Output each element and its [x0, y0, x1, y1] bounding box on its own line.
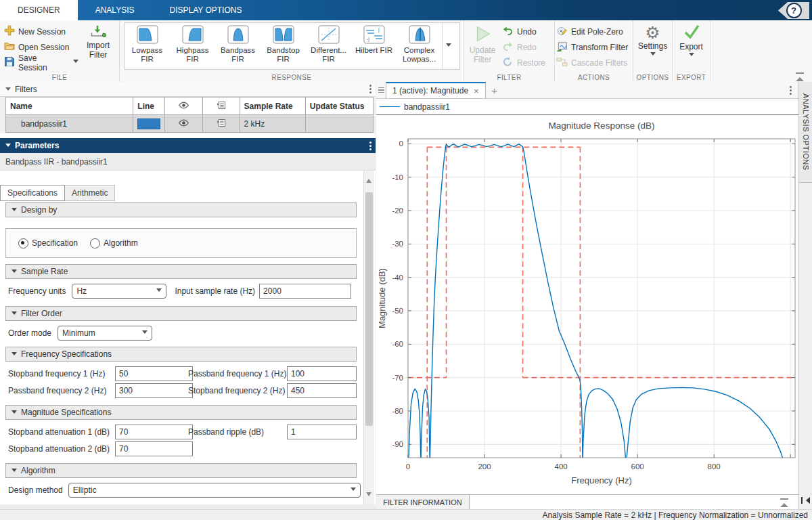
file-item-label: Open Session: [18, 43, 69, 52]
magnitude-plot-tab[interactable]: 1 (active): Magnitude ×: [386, 82, 486, 98]
column-header-sample-rate[interactable]: Sample Rate: [240, 98, 305, 115]
lowpass-fir-button[interactable]: LowpassFIR: [125, 23, 170, 69]
order-mode-dropdown[interactable]: Minimum: [58, 326, 152, 341]
minimize-ribbon-icon[interactable]: [794, 72, 805, 81]
transform-filter-button[interactable]: Transform Filter: [555, 39, 633, 55]
design-by-header[interactable]: Design by: [5, 202, 357, 217]
update-filter-label: Update: [464, 45, 501, 55]
design-by-group: SpecificationAlgorithm: [5, 228, 357, 258]
line-color-swatch[interactable]: [137, 118, 160, 129]
filter-information-tab[interactable]: FILTER INFORMATION: [376, 495, 470, 510]
table-row[interactable]: bandpassiir12 kHz: [6, 115, 374, 133]
redo-button[interactable]: Redo: [501, 39, 545, 55]
radio-button-icon[interactable]: [18, 238, 28, 248]
tab-list-icon[interactable]: [376, 82, 386, 98]
app-tab-display-options[interactable]: DISPLAY OPTIONS: [152, 0, 260, 20]
app-tab-analysis[interactable]: ANALYSIS: [78, 0, 152, 20]
edit-pole-zero-button[interactable]: Edit Pole-Zero: [555, 24, 633, 39]
spec-field-passband-ripple-db-: Passband ripple (dB): [188, 425, 264, 439]
spec-field-input[interactable]: [115, 441, 193, 456]
filter-name-cell[interactable]: bandpassiir1: [6, 115, 133, 133]
line-color-cell[interactable]: [133, 115, 165, 133]
app-tab-designer[interactable]: DESIGNER: [0, 0, 78, 20]
radio-specification[interactable]: Specification: [18, 238, 78, 248]
scrollbar-thumb[interactable]: [365, 192, 373, 426]
export-section-label: EXPORT: [673, 74, 710, 81]
scroll-up-icon[interactable]: [366, 176, 371, 183]
spec-field-input[interactable]: [115, 383, 193, 398]
frequency-units-dropdown[interactable]: Hz: [72, 284, 166, 299]
new-session-button[interactable]: New Session: [3, 24, 78, 39]
close-tab-icon[interactable]: ×: [474, 86, 479, 96]
spec-field-input[interactable]: [115, 425, 193, 439]
filter-order-header[interactable]: Filter Order: [5, 306, 357, 321]
tab-arithmetic[interactable]: Arithmetic: [65, 185, 115, 201]
collapse-panel-icon[interactable]: [801, 497, 810, 504]
actions-section-label: ACTIONS: [555, 74, 633, 81]
spec-field-input[interactable]: [287, 383, 357, 398]
parameters-scrollbar[interactable]: [363, 171, 374, 504]
sample-rate-header[interactable]: Sample Rate: [5, 264, 357, 279]
magnitude-specs-header[interactable]: Magnitude Specifications: [5, 405, 357, 420]
column-header-update-status[interactable]: Update Status: [305, 98, 373, 115]
restore-button[interactable]: Restore: [501, 55, 545, 70]
gallery-item-label: Hilbert FIR: [351, 46, 397, 55]
visibility-cell[interactable]: [165, 115, 202, 133]
analysis-options-tab[interactable]: ANALYSIS OPTIONS: [799, 82, 812, 183]
filters-panel-header[interactable]: Filters: [0, 82, 376, 97]
bandstop-fir-button[interactable]: BandstopFIR: [261, 23, 306, 69]
column-header-icon[interactable]: [165, 98, 202, 115]
differentiator-fir-icon: [318, 37, 340, 46]
gallery-item-label: Bandpass: [215, 46, 261, 55]
left-panel-footer: [0, 504, 376, 509]
spec-field-input[interactable]: [115, 366, 193, 381]
column-header-name[interactable]: Name: [6, 98, 133, 115]
bandpass-fir-button[interactable]: BandpassFIR: [215, 23, 261, 69]
frequency-specs-header[interactable]: Frequency Specifications: [5, 347, 357, 362]
algorithm-title: Algorithm: [21, 466, 55, 475]
save-session-button[interactable]: Save Session: [3, 55, 78, 70]
collapse-sample-rate-icon: [12, 269, 17, 276]
undo-button[interactable]: Undo: [501, 24, 545, 39]
help-button[interactable]: ?: [778, 2, 809, 19]
chart-title: Magnitude Response (dB): [549, 121, 655, 131]
legend-label: bandpassiir1: [404, 102, 450, 112]
cascade-filters-button[interactable]: Cascade Filters: [555, 55, 633, 70]
radio-algorithm[interactable]: Algorithm: [90, 238, 138, 248]
gallery-item-label2: FIR: [306, 55, 351, 64]
spec-field-input[interactable]: [287, 425, 357, 439]
parameters-panel-header[interactable]: Parameters: [0, 138, 376, 153]
gallery-item-label2: FIR: [125, 55, 170, 64]
open-session-icon: [4, 41, 15, 53]
parameters-menu-icon[interactable]: [369, 142, 371, 150]
algorithm-header[interactable]: Algorithm: [5, 463, 357, 478]
tab-specifications[interactable]: Specifications: [0, 185, 65, 201]
hilbert-fir-button[interactable]: j-jHilbert FIR: [351, 23, 397, 69]
input-sample-rate-field[interactable]: [259, 284, 351, 299]
settings-button[interactable]: ⚙ Settings: [633, 20, 672, 58]
expand-panel-icon[interactable]: [780, 498, 789, 506]
new-tab-button[interactable]: +: [486, 82, 503, 98]
scroll-down-icon[interactable]: [366, 492, 371, 499]
update-filter-icon: [473, 36, 492, 45]
radio-button-icon[interactable]: [90, 238, 100, 248]
frequency-units-label: Frequency units: [8, 286, 66, 296]
export-button[interactable]: Export: [673, 20, 710, 59]
filters-menu-icon[interactable]: [369, 85, 371, 93]
highpass-fir-button[interactable]: HighpassFIR: [170, 23, 215, 69]
different-fir-button[interactable]: Different...FIR: [306, 23, 351, 69]
import-filter-button[interactable]: Import Filter: [80, 23, 116, 82]
info-cell[interactable]: [202, 115, 240, 133]
column-header-icon[interactable]: [202, 98, 240, 115]
gallery-expand-button[interactable]: [442, 23, 455, 69]
design-method-dropdown[interactable]: Elliptic: [68, 483, 361, 498]
ribbon-section-file: New SessionOpen SessionSave Session Impo…: [0, 20, 120, 82]
magnitude-response-chart[interactable]: 02004006008000-10-20-30-40-50-60-70-80-9…: [376, 115, 798, 494]
options-section-label: OPTIONS: [633, 74, 672, 81]
response-section-label: RESPONSE: [120, 74, 464, 81]
column-header-line[interactable]: Line: [133, 98, 165, 115]
spec-field-input[interactable]: [287, 366, 357, 381]
plot-menu-icon[interactable]: [790, 82, 792, 98]
update-filter-button[interactable]: Update Filter: [464, 20, 501, 82]
complex-lowpas--button[interactable]: ComplexLowpas...: [397, 23, 442, 69]
